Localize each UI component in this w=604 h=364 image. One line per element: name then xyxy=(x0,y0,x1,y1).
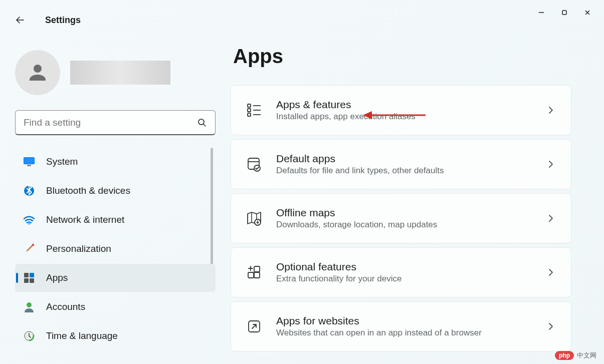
sidebar-item-label: Network & internet xyxy=(46,214,124,225)
card-title: Apps for websites xyxy=(276,315,532,327)
content-area: Apps Apps & features Installed apps, app… xyxy=(231,45,604,364)
svg-rect-34 xyxy=(254,272,260,278)
svg-rect-21 xyxy=(248,109,251,112)
user-name-placeholder xyxy=(70,61,170,85)
card-subtitle: Installed apps, app execution aliases xyxy=(276,112,532,122)
optional-features-icon xyxy=(246,264,262,280)
chevron-right-icon xyxy=(546,321,556,331)
svg-rect-7 xyxy=(24,158,34,164)
card-apps-features[interactable]: Apps & features Installed apps, app exec… xyxy=(231,85,571,135)
chevron-right-icon xyxy=(546,267,556,277)
sidebar-item-label: Apps xyxy=(46,272,68,283)
sidebar-item-label: Time & language xyxy=(46,330,118,341)
settings-cards: Apps & features Installed apps, app exec… xyxy=(231,85,571,351)
card-title: Apps & features xyxy=(276,99,532,111)
bluetooth-icon xyxy=(23,185,35,197)
clock-icon xyxy=(23,330,35,342)
svg-rect-14 xyxy=(24,278,29,283)
search-input[interactable] xyxy=(24,117,197,128)
card-subtitle: Downloads, storage location, map updates xyxy=(276,220,532,230)
minimize-button[interactable] xyxy=(530,5,553,21)
card-apps-for-websites[interactable]: Apps for websites Websites that can open… xyxy=(231,301,571,351)
svg-point-4 xyxy=(198,119,204,125)
apps-icon xyxy=(23,272,35,284)
sidebar-item-label: System xyxy=(46,156,78,167)
apps-features-icon xyxy=(246,102,262,118)
sidebar-item-label: Accounts xyxy=(46,301,85,312)
titlebar xyxy=(0,0,604,25)
wifi-icon xyxy=(23,214,35,226)
card-subtitle: Defaults for file and link types, other … xyxy=(276,166,532,176)
svg-point-10 xyxy=(29,223,30,225)
brush-icon xyxy=(23,243,35,255)
svg-rect-15 xyxy=(30,278,34,283)
svg-line-5 xyxy=(204,124,206,126)
avatar xyxy=(15,50,60,95)
sidebar-item-system[interactable]: System xyxy=(15,148,216,176)
svg-rect-1 xyxy=(562,11,566,15)
back-button[interactable] xyxy=(10,10,30,30)
card-offline-maps[interactable]: Offline maps Downloads, storage location… xyxy=(231,193,571,243)
svg-rect-33 xyxy=(248,272,254,278)
apps-websites-icon xyxy=(246,318,262,334)
svg-rect-20 xyxy=(248,104,251,107)
card-optional-features[interactable]: Optional features Extra functionality fo… xyxy=(231,247,571,297)
offline-maps-icon xyxy=(246,210,262,226)
search-box[interactable] xyxy=(15,110,216,135)
chevron-right-icon xyxy=(546,105,556,115)
watermark-badge: php xyxy=(555,351,574,360)
sidebar-item-bluetooth[interactable]: Bluetooth & devices xyxy=(15,177,216,205)
svg-point-16 xyxy=(27,302,32,307)
app-name: Settings xyxy=(45,15,81,26)
maximize-button[interactable] xyxy=(553,5,576,21)
watermark-text: 中文网 xyxy=(577,351,596,360)
sidebar-item-accounts[interactable]: Accounts xyxy=(15,293,216,321)
page-title: Apps xyxy=(233,45,594,68)
card-title: Default apps xyxy=(276,153,532,165)
card-subtitle: Extra functionality for your device xyxy=(276,274,532,284)
sidebar-item-label: Personalization xyxy=(46,243,111,254)
sidebar-item-personalization[interactable]: Personalization xyxy=(15,235,216,263)
card-subtitle: Websites that can open in an app instead… xyxy=(276,328,532,338)
nav-list: System Bluetooth & devices Network & int… xyxy=(15,148,216,350)
chevron-right-icon xyxy=(546,213,556,223)
user-section[interactable] xyxy=(15,50,216,95)
accounts-icon xyxy=(23,301,35,313)
svg-rect-13 xyxy=(30,273,34,277)
close-button[interactable] xyxy=(576,5,599,21)
default-apps-icon xyxy=(246,156,262,172)
chevron-right-icon xyxy=(546,159,556,169)
sidebar-item-network[interactable]: Network & internet xyxy=(15,206,216,234)
svg-rect-12 xyxy=(24,273,29,277)
search-icon xyxy=(197,118,207,128)
person-icon xyxy=(26,61,50,85)
svg-rect-22 xyxy=(248,113,251,116)
card-title: Offline maps xyxy=(276,207,532,219)
sidebar-item-apps[interactable]: Apps xyxy=(15,264,216,292)
svg-rect-8 xyxy=(27,165,31,166)
svg-rect-32 xyxy=(254,266,260,272)
card-title: Optional features xyxy=(276,261,532,273)
sidebar-item-time-language[interactable]: Time & language xyxy=(15,322,216,350)
sidebar: System Bluetooth & devices Network & int… xyxy=(0,45,231,364)
card-default-apps[interactable]: Default apps Defaults for file and link … xyxy=(231,139,571,189)
watermark: php 中文网 xyxy=(555,351,596,360)
system-icon xyxy=(23,156,35,168)
sidebar-item-label: Bluetooth & devices xyxy=(46,185,130,196)
